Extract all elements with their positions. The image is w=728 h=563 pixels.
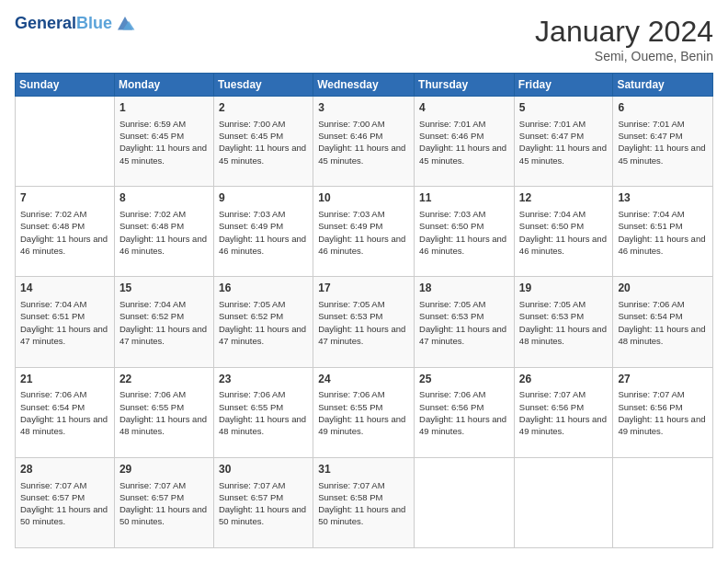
day-number: 10 <box>318 190 409 206</box>
table-row: 29Sunrise: 7:07 AMSunset: 6:57 PMDayligh… <box>114 457 213 547</box>
day-number: 30 <box>219 462 308 477</box>
day-number: 12 <box>519 190 609 206</box>
table-row: 27Sunrise: 7:07 AMSunset: 6:56 PMDayligh… <box>613 367 713 457</box>
calendar-table: Sunday Monday Tuesday Wednesday Thursday… <box>15 73 713 548</box>
location: Semi, Oueme, Benin <box>535 49 713 63</box>
day-number: 8 <box>119 190 209 206</box>
table-row: 2Sunrise: 7:00 AMSunset: 6:45 PMDaylight… <box>213 97 313 187</box>
day-number: 16 <box>219 281 308 296</box>
day-number: 15 <box>119 281 209 296</box>
day-number: 1 <box>119 100 209 116</box>
day-number: 13 <box>618 190 708 206</box>
table-row <box>514 457 613 547</box>
day-number: 25 <box>419 372 509 387</box>
table-row: 14Sunrise: 7:04 AMSunset: 6:51 PMDayligh… <box>16 277 115 367</box>
table-row: 19Sunrise: 7:05 AMSunset: 6:53 PMDayligh… <box>514 277 613 367</box>
day-number: 20 <box>618 281 708 296</box>
table-row: 23Sunrise: 7:06 AMSunset: 6:55 PMDayligh… <box>213 367 313 457</box>
table-row <box>613 457 713 547</box>
table-row: 5Sunrise: 7:01 AMSunset: 6:47 PMDaylight… <box>514 97 613 187</box>
day-number: 9 <box>219 190 308 206</box>
table-row: 22Sunrise: 7:06 AMSunset: 6:55 PMDayligh… <box>114 367 213 457</box>
day-number: 11 <box>419 190 509 206</box>
day-number: 14 <box>20 281 109 296</box>
table-row: 24Sunrise: 7:06 AMSunset: 6:55 PMDayligh… <box>313 367 415 457</box>
header: GeneralBlue January 2024 Semi, Oueme, Be… <box>15 15 713 63</box>
table-row <box>16 97 115 187</box>
day-number: 6 <box>618 100 708 116</box>
table-row: 3Sunrise: 7:00 AMSunset: 6:46 PMDaylight… <box>313 97 415 187</box>
logo-icon <box>114 15 136 33</box>
col-monday: Monday <box>114 74 213 97</box>
day-number: 19 <box>519 281 609 296</box>
month-title: January 2024 <box>535 15 713 49</box>
table-row: 31Sunrise: 7:07 AMSunset: 6:58 PMDayligh… <box>313 457 415 547</box>
calendar-page: GeneralBlue January 2024 Semi, Oueme, Be… <box>0 0 728 563</box>
day-number: 4 <box>419 100 509 116</box>
day-number: 21 <box>20 372 109 387</box>
day-number: 7 <box>20 190 109 206</box>
table-row: 26Sunrise: 7:07 AMSunset: 6:56 PMDayligh… <box>514 367 613 457</box>
day-number: 29 <box>119 462 209 477</box>
day-number: 26 <box>519 372 609 387</box>
col-wednesday: Wednesday <box>313 74 415 97</box>
table-row: 25Sunrise: 7:06 AMSunset: 6:56 PMDayligh… <box>415 367 515 457</box>
day-number: 17 <box>318 281 409 296</box>
table-row: 12Sunrise: 7:04 AMSunset: 6:50 PMDayligh… <box>514 187 613 277</box>
day-number: 3 <box>318 100 409 116</box>
table-row <box>415 457 515 547</box>
day-number: 23 <box>219 372 308 387</box>
title-section: January 2024 Semi, Oueme, Benin <box>535 15 713 63</box>
col-saturday: Saturday <box>613 74 713 97</box>
table-row: 20Sunrise: 7:06 AMSunset: 6:54 PMDayligh… <box>613 277 713 367</box>
table-row: 28Sunrise: 7:07 AMSunset: 6:57 PMDayligh… <box>16 457 115 547</box>
day-number: 22 <box>119 372 209 387</box>
day-number: 2 <box>219 100 308 116</box>
table-row: 18Sunrise: 7:05 AMSunset: 6:53 PMDayligh… <box>415 277 515 367</box>
table-row: 17Sunrise: 7:05 AMSunset: 6:53 PMDayligh… <box>313 277 415 367</box>
table-row: 13Sunrise: 7:04 AMSunset: 6:51 PMDayligh… <box>613 187 713 277</box>
day-number: 28 <box>20 462 109 477</box>
col-sunday: Sunday <box>16 74 115 97</box>
table-row: 30Sunrise: 7:07 AMSunset: 6:57 PMDayligh… <box>213 457 313 547</box>
header-row: Sunday Monday Tuesday Wednesday Thursday… <box>16 74 713 97</box>
table-row: 15Sunrise: 7:04 AMSunset: 6:52 PMDayligh… <box>114 277 213 367</box>
table-row: 6Sunrise: 7:01 AMSunset: 6:47 PMDaylight… <box>613 97 713 187</box>
table-row: 9Sunrise: 7:03 AMSunset: 6:49 PMDaylight… <box>213 187 313 277</box>
col-friday: Friday <box>514 74 613 97</box>
table-row: 8Sunrise: 7:02 AMSunset: 6:48 PMDaylight… <box>114 187 213 277</box>
day-number: 27 <box>618 372 708 387</box>
table-row: 10Sunrise: 7:03 AMSunset: 6:49 PMDayligh… <box>313 187 415 277</box>
logo-text: GeneralBlue <box>15 15 112 33</box>
col-tuesday: Tuesday <box>213 74 313 97</box>
day-number: 18 <box>419 281 509 296</box>
table-row: 16Sunrise: 7:05 AMSunset: 6:52 PMDayligh… <box>213 277 313 367</box>
day-number: 31 <box>318 462 409 477</box>
table-row: 21Sunrise: 7:06 AMSunset: 6:54 PMDayligh… <box>16 367 115 457</box>
table-row: 7Sunrise: 7:02 AMSunset: 6:48 PMDaylight… <box>16 187 115 277</box>
table-row: 11Sunrise: 7:03 AMSunset: 6:50 PMDayligh… <box>415 187 515 277</box>
table-row: 1Sunrise: 6:59 AMSunset: 6:45 PMDaylight… <box>114 97 213 187</box>
logo: GeneralBlue <box>15 15 136 33</box>
table-row: 4Sunrise: 7:01 AMSunset: 6:46 PMDaylight… <box>415 97 515 187</box>
day-number: 24 <box>318 372 409 387</box>
col-thursday: Thursday <box>415 74 515 97</box>
day-number: 5 <box>519 100 609 116</box>
